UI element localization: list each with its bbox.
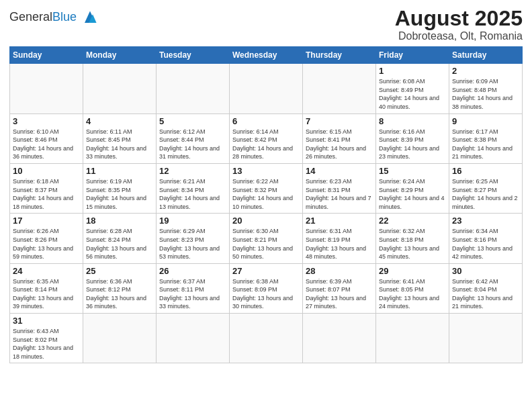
calendar-row: 31Sunrise: 6:43 AM Sunset: 8:02 PM Dayli… (10, 314, 523, 363)
day-number: 20 (232, 216, 300, 226)
table-cell: 7Sunrise: 6:15 AM Sunset: 8:41 PM Daylig… (303, 113, 376, 163)
table-cell: 5Sunrise: 6:12 AM Sunset: 8:44 PM Daylig… (157, 113, 230, 163)
col-monday: Monday (83, 47, 157, 64)
day-info: Sunrise: 6:30 AM Sunset: 8:21 PM Dayligh… (232, 227, 300, 261)
day-info: Sunrise: 6:23 AM Sunset: 8:31 PM Dayligh… (306, 177, 373, 211)
header: GeneralBlue August 2025 Dobroteasa, Olt,… (9, 7, 523, 42)
table-cell: 20Sunrise: 6:30 AM Sunset: 8:21 PM Dayli… (230, 214, 303, 263)
day-info: Sunrise: 6:14 AM Sunset: 8:42 PM Dayligh… (232, 128, 300, 161)
day-number: 6 (232, 116, 300, 126)
calendar-row: 10Sunrise: 6:18 AM Sunset: 8:37 PM Dayli… (10, 163, 523, 213)
table-cell: 19Sunrise: 6:29 AM Sunset: 8:23 PM Dayli… (157, 214, 230, 263)
table-cell (157, 314, 230, 363)
table-cell (230, 314, 303, 363)
day-number: 3 (13, 116, 80, 126)
col-saturday: Saturday (449, 47, 523, 64)
day-number: 9 (452, 116, 519, 126)
col-sunday: Sunday (10, 47, 83, 64)
table-cell: 16Sunrise: 6:25 AM Sunset: 8:27 PM Dayli… (449, 163, 523, 213)
day-number: 7 (306, 116, 373, 126)
day-info: Sunrise: 6:41 AM Sunset: 8:05 PM Dayligh… (379, 277, 446, 311)
table-cell: 6Sunrise: 6:14 AM Sunset: 8:42 PM Daylig… (230, 113, 303, 163)
day-number: 11 (86, 166, 153, 176)
table-cell (10, 64, 83, 113)
day-number: 24 (13, 266, 80, 276)
table-cell (83, 314, 157, 363)
calendar-row: 24Sunrise: 6:35 AM Sunset: 8:14 PM Dayli… (10, 263, 523, 313)
table-cell (230, 64, 303, 113)
day-info: Sunrise: 6:32 AM Sunset: 8:18 PM Dayligh… (379, 227, 446, 261)
day-info: Sunrise: 6:35 AM Sunset: 8:14 PM Dayligh… (13, 277, 80, 311)
day-number: 17 (13, 216, 80, 226)
table-cell: 4Sunrise: 6:11 AM Sunset: 8:45 PM Daylig… (83, 113, 157, 163)
calendar-header-row: Sunday Monday Tuesday Wednesday Thursday… (10, 47, 523, 64)
table-cell (303, 64, 376, 113)
day-number: 12 (159, 166, 226, 176)
day-info: Sunrise: 6:38 AM Sunset: 8:09 PM Dayligh… (232, 277, 300, 311)
table-cell: 1Sunrise: 6:08 AM Sunset: 8:49 PM Daylig… (376, 64, 449, 113)
calendar-row: 3Sunrise: 6:10 AM Sunset: 8:46 PM Daylig… (10, 113, 523, 163)
table-cell: 3Sunrise: 6:10 AM Sunset: 8:46 PM Daylig… (10, 113, 83, 163)
table-cell: 28Sunrise: 6:39 AM Sunset: 8:07 PM Dayli… (303, 263, 376, 313)
day-number: 27 (232, 266, 300, 276)
logo: GeneralBlue (9, 7, 101, 28)
logo-text: GeneralBlue (9, 11, 77, 24)
table-cell: 25Sunrise: 6:36 AM Sunset: 8:12 PM Dayli… (83, 263, 157, 313)
day-number: 16 (452, 166, 519, 176)
table-cell: 29Sunrise: 6:41 AM Sunset: 8:05 PM Dayli… (376, 263, 449, 313)
day-number: 15 (379, 166, 446, 176)
table-cell: 24Sunrise: 6:35 AM Sunset: 8:14 PM Dayli… (10, 263, 83, 313)
table-cell: 31Sunrise: 6:43 AM Sunset: 8:02 PM Dayli… (10, 314, 83, 363)
day-number: 2 (452, 66, 519, 76)
day-number: 22 (379, 216, 446, 226)
calendar-table: Sunday Monday Tuesday Wednesday Thursday… (9, 46, 523, 363)
table-cell (157, 64, 230, 113)
day-number: 31 (13, 316, 80, 326)
table-cell: 22Sunrise: 6:32 AM Sunset: 8:18 PM Dayli… (376, 214, 449, 263)
table-cell: 2Sunrise: 6:09 AM Sunset: 8:48 PM Daylig… (449, 64, 523, 113)
col-tuesday: Tuesday (157, 47, 230, 64)
day-info: Sunrise: 6:34 AM Sunset: 8:16 PM Dayligh… (452, 227, 519, 261)
day-info: Sunrise: 6:25 AM Sunset: 8:27 PM Dayligh… (452, 177, 519, 211)
logo-icon (79, 7, 101, 28)
day-number: 21 (306, 216, 373, 226)
table-cell: 11Sunrise: 6:19 AM Sunset: 8:35 PM Dayli… (83, 163, 157, 213)
table-cell (449, 314, 523, 363)
day-info: Sunrise: 6:42 AM Sunset: 8:04 PM Dayligh… (452, 277, 519, 311)
day-number: 26 (159, 266, 226, 276)
table-cell: 30Sunrise: 6:42 AM Sunset: 8:04 PM Dayli… (449, 263, 523, 313)
day-number: 13 (232, 166, 300, 176)
table-cell (83, 64, 157, 113)
table-cell: 15Sunrise: 6:24 AM Sunset: 8:29 PM Dayli… (376, 163, 449, 213)
day-info: Sunrise: 6:43 AM Sunset: 8:02 PM Dayligh… (13, 327, 80, 361)
day-info: Sunrise: 6:18 AM Sunset: 8:37 PM Dayligh… (13, 177, 80, 211)
logo-general: General (9, 10, 52, 24)
calendar-row: 17Sunrise: 6:26 AM Sunset: 8:26 PM Dayli… (10, 214, 523, 263)
day-info: Sunrise: 6:21 AM Sunset: 8:34 PM Dayligh… (159, 177, 226, 211)
day-info: Sunrise: 6:29 AM Sunset: 8:23 PM Dayligh… (159, 227, 226, 261)
table-cell: 10Sunrise: 6:18 AM Sunset: 8:37 PM Dayli… (10, 163, 83, 213)
day-info: Sunrise: 6:08 AM Sunset: 8:49 PM Dayligh… (379, 77, 446, 111)
table-cell: 9Sunrise: 6:17 AM Sunset: 8:38 PM Daylig… (449, 113, 523, 163)
day-info: Sunrise: 6:26 AM Sunset: 8:26 PM Dayligh… (13, 227, 80, 261)
table-cell: 13Sunrise: 6:22 AM Sunset: 8:32 PM Dayli… (230, 163, 303, 213)
col-thursday: Thursday (303, 47, 376, 64)
day-number: 18 (86, 216, 153, 226)
title-block: August 2025 Dobroteasa, Olt, Romania (395, 7, 523, 42)
day-number: 5 (159, 116, 226, 126)
calendar-title: August 2025 (395, 7, 523, 30)
day-info: Sunrise: 6:16 AM Sunset: 8:39 PM Dayligh… (379, 128, 446, 161)
day-number: 1 (379, 66, 446, 76)
table-cell: 12Sunrise: 6:21 AM Sunset: 8:34 PM Dayli… (157, 163, 230, 213)
day-number: 19 (159, 216, 226, 226)
day-info: Sunrise: 6:37 AM Sunset: 8:11 PM Dayligh… (159, 277, 226, 311)
calendar-row: 1Sunrise: 6:08 AM Sunset: 8:49 PM Daylig… (10, 64, 523, 113)
table-cell: 21Sunrise: 6:31 AM Sunset: 8:19 PM Dayli… (303, 214, 376, 263)
table-cell: 26Sunrise: 6:37 AM Sunset: 8:11 PM Dayli… (157, 263, 230, 313)
page: GeneralBlue August 2025 Dobroteasa, Olt,… (0, 0, 532, 411)
day-number: 30 (452, 266, 519, 276)
day-info: Sunrise: 6:19 AM Sunset: 8:35 PM Dayligh… (86, 177, 153, 211)
day-number: 10 (13, 166, 80, 176)
day-info: Sunrise: 6:28 AM Sunset: 8:24 PM Dayligh… (86, 227, 153, 261)
day-info: Sunrise: 6:17 AM Sunset: 8:38 PM Dayligh… (452, 128, 519, 161)
